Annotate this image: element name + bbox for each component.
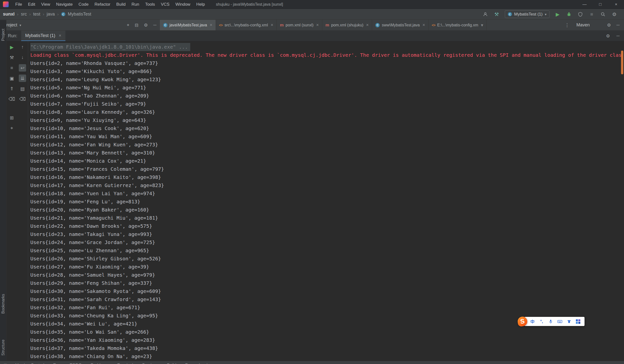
maximize-button[interactable]: □ — [592, 0, 608, 9]
close-button[interactable]: × — [608, 0, 624, 9]
layout-settings-icon[interactable]: ⊞ — [8, 114, 16, 121]
menu-item-vcs[interactable]: VCS — [158, 1, 172, 8]
status-bar-item[interactable]: Version Control — [16, 363, 44, 364]
breadcrumb-item[interactable]: java — [47, 12, 55, 17]
breadcrumb-item[interactable]: src — [21, 12, 27, 17]
editor-tab[interactable]: Csww\MybatisTest.java× — [372, 20, 428, 30]
editor-tabs: Cjava\MybatisTest.java×<>src\...\mybatis… — [160, 20, 562, 30]
menu-item-tools[interactable]: Tools — [142, 1, 158, 8]
collapse-all-icon[interactable]: ⊟ — [135, 23, 138, 28]
microphone-icon[interactable] — [548, 319, 553, 324]
clear-all-icon[interactable]: ⌫ — [19, 95, 26, 103]
build-hammer-icon[interactable]: ⚒ — [494, 11, 500, 18]
scroll-to-end-icon[interactable]: ⇊ — [19, 75, 26, 82]
run-console[interactable]: ▶⚒■▣⇑⌫⊞⌖ ↑↓↩⇊▤⌫ "C:\Program Files\Java\j… — [6, 41, 624, 361]
delete-icon[interactable]: ⌫ — [8, 95, 16, 103]
project-panel-header[interactable]: Project ▾ ⌖⊟⚙─ — [0, 20, 160, 30]
stop-button[interactable]: ■ — [589, 11, 595, 18]
status-bar-item[interactable]: TODO — [70, 363, 82, 364]
console-line: Users{id=38, name='Chiang On Na', age=23… — [30, 352, 624, 361]
toolbox-grid-icon[interactable] — [575, 319, 581, 324]
editor-tab[interactable]: Cjava\MybatisTest.java× — [160, 20, 216, 30]
editor-tab[interactable]: <>E:\...\mybatis-config.xm▾ — [429, 20, 487, 30]
search-everywhere-icon[interactable] — [600, 11, 606, 18]
toolwindow-switcher-icon[interactable]: ⊞ — [3, 363, 7, 364]
menu-item-view[interactable]: View — [38, 1, 53, 8]
chevron-right-icon: › — [29, 12, 31, 17]
console-output[interactable]: "C:\Program Files\Java\jdk1.8.0_101\bin\… — [28, 41, 624, 361]
menu-item-navigate[interactable]: Navigate — [53, 1, 75, 8]
close-icon[interactable]: × — [316, 23, 319, 28]
rerun-button[interactable]: ▶ — [8, 43, 16, 51]
tab-label: pom.xml (shujuku) — [331, 23, 364, 27]
status-bar-item[interactable]: Dependencies — [185, 363, 212, 364]
debug-bug-icon[interactable] — [566, 11, 572, 18]
run-tab[interactable]: MybatisTest (1) × — [21, 31, 65, 41]
settings-gear-icon[interactable]: ⚙ — [144, 23, 148, 28]
run-button[interactable]: ▶ — [554, 11, 561, 18]
stripe-project[interactable]: Project — [0, 24, 6, 46]
export-icon[interactable]: ⇑ — [8, 85, 16, 92]
chevron-down-icon[interactable]: ▾ — [481, 23, 483, 28]
skin-icon[interactable] — [566, 319, 572, 324]
punctuation-icon[interactable]: °, — [539, 319, 544, 324]
close-icon[interactable]: × — [59, 33, 61, 38]
editor-tab[interactable]: mpom.xml (shujuku)× — [322, 20, 372, 30]
breadcrumb-item[interactable]: MybatisTest — [68, 12, 91, 17]
menu-item-build[interactable]: Build — [113, 1, 128, 8]
maven-header-icons: ⚙─ — [607, 23, 620, 28]
stripe-structure[interactable]: Structure — [0, 335, 6, 360]
minimize-button[interactable]: — — [577, 0, 592, 9]
coverage-shield-icon[interactable] — [577, 11, 584, 18]
chinese-mode-icon[interactable] — [530, 319, 535, 324]
breadcrumb-item[interactable]: test — [33, 12, 40, 17]
status-bar-item[interactable]: Build — [167, 363, 176, 364]
close-icon[interactable]: × — [210, 23, 212, 28]
menu-item-code[interactable]: Code — [76, 1, 91, 8]
status-bar: ⊞ Version ControlRunTODOProblemsTerminal… — [0, 361, 624, 364]
scrollbar-error-mark[interactable] — [621, 51, 623, 74]
run-config-selector[interactable]: C MybatisTest (1) ▾ — [505, 10, 549, 18]
thread-dump-camera-icon[interactable]: ▣ — [8, 75, 16, 82]
editor-tab[interactable]: <>src\...\mybatis-config.xml× — [216, 20, 277, 30]
run-config-icon: C — [508, 12, 512, 16]
stripe-bookmarks[interactable]: Bookmarks — [0, 291, 6, 316]
hide-panel-icon[interactable]: ─ — [616, 23, 620, 28]
modify-run-config-wrench-icon[interactable]: ⚒ — [8, 54, 16, 61]
status-bar-item[interactable]: Problems — [91, 363, 108, 364]
breadcrumb-item[interactable]: sunxl — [3, 12, 15, 17]
status-bar-item[interactable]: Terminal — [117, 363, 133, 364]
close-icon[interactable]: × — [271, 23, 273, 28]
maven-panel-header[interactable]: Maven ⚙─ — [572, 20, 624, 30]
menu-item-edit[interactable]: Edit — [25, 1, 38, 8]
xml-file-icon: <> — [432, 23, 435, 27]
locate-file-icon[interactable]: ⌖ — [127, 23, 129, 28]
pin-icon[interactable]: ⌖ — [8, 124, 16, 132]
editor-tab[interactable]: mpom.xml (sunxl)× — [277, 20, 322, 30]
soft-wrap-icon[interactable]: ↩ — [19, 64, 26, 72]
up-stack-trace-icon[interactable]: ↑ — [19, 43, 26, 51]
print-icon[interactable]: ▤ — [19, 85, 26, 92]
close-icon[interactable]: × — [366, 23, 369, 28]
menu-item-refactor[interactable]: Refactor — [92, 1, 113, 8]
code-with-me-users-icon[interactable] — [482, 11, 489, 18]
run-toolwindow-bar: Run: MybatisTest (1) × ⚙─ — [0, 31, 624, 41]
hide-panel-icon[interactable]: ─ — [616, 33, 620, 38]
settings-gear-icon[interactable]: ⚙ — [607, 23, 611, 28]
close-icon[interactable]: × — [422, 23, 425, 28]
menu-item-window[interactable]: Window — [173, 1, 193, 8]
settings-gear-icon[interactable]: ⚙ — [611, 11, 618, 18]
hide-panel-icon[interactable]: ─ — [153, 23, 156, 28]
down-stack-trace-icon[interactable]: ↓ — [19, 54, 26, 61]
tab-label: pom.xml (sunxl) — [286, 23, 313, 27]
settings-gear-icon[interactable]: ⚙ — [606, 33, 610, 39]
menu-item-run[interactable]: Run — [129, 1, 142, 8]
ime-icon-bar: °, — [524, 317, 585, 326]
keyboard-icon[interactable] — [557, 319, 563, 324]
more-tabs-icon[interactable]: ⋮ — [562, 20, 572, 30]
status-bar-item[interactable]: Run — [53, 363, 61, 364]
menu-item-file[interactable]: File — [13, 1, 25, 8]
stop-button[interactable]: ■ — [8, 64, 16, 72]
menu-item-help[interactable]: Help — [193, 1, 208, 8]
status-bar-item[interactable]: Services — [142, 363, 158, 364]
